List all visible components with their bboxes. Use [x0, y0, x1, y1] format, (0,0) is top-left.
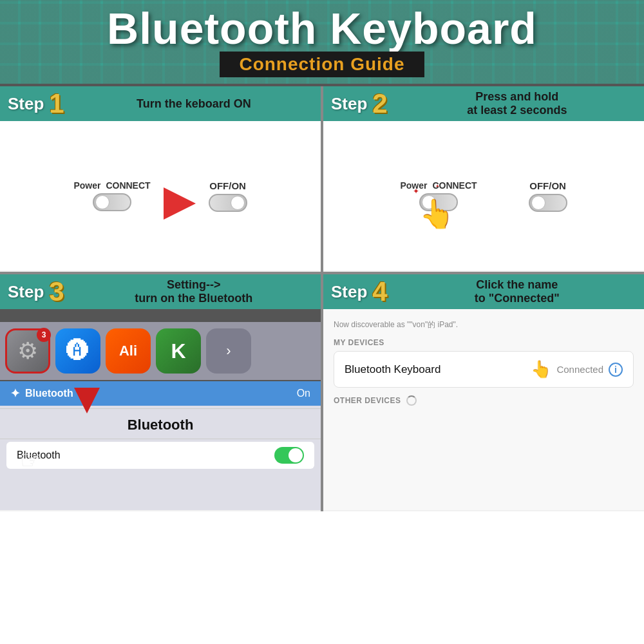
step2-connect-label: CONNECT: [432, 180, 477, 191]
aliexpress-icon[interactable]: Ali: [106, 328, 151, 374]
other-devices-text: OTHER DEVICES: [334, 396, 401, 405]
step2-left-labels: Power CONNECT: [400, 180, 477, 191]
step-3-number: 3: [49, 278, 64, 305]
kiwi-icon[interactable]: K: [156, 328, 201, 374]
discoverable-text: Now discoverable as ""von"的 iPad".: [334, 319, 634, 330]
step-3-desc-line2: turn on the Bluetooth: [75, 292, 313, 305]
step1-left-labels: Power CONNECT: [73, 180, 150, 191]
step3-hand-icon: ☞: [19, 445, 43, 475]
step-3-content: ⚙ 3 🅐 Ali K › ☞: [0, 309, 321, 510]
steps-grid: Step 1 Turn the keboard ON Power CONNECT: [0, 86, 644, 511]
connected-status: Connected: [556, 364, 603, 375]
step-1-number: 1: [49, 90, 64, 117]
step-4-desc-line2: to "Connected": [398, 292, 636, 305]
step-4-content: Now discoverable as ""von"的 iPad". MY DE…: [323, 309, 644, 510]
more-symbol: ›: [226, 343, 231, 359]
settings-badge: 3: [37, 328, 51, 342]
step-3-desc-line1: Setting-->: [75, 278, 313, 292]
loading-spinner: [406, 395, 417, 406]
more-icon[interactable]: ›: [206, 328, 251, 374]
ios-dock: ⚙ 3 🅐 Ali K ›: [0, 322, 321, 380]
step-2-label: Step: [331, 94, 367, 114]
step2-offon-label: OFF/ON: [529, 180, 566, 191]
header-subtitle: Connection Guide: [239, 54, 404, 74]
step-4-label: Step: [331, 282, 367, 302]
info-icon[interactable]: i: [609, 363, 623, 377]
step-2-number: 2: [372, 90, 387, 117]
bluetooth-panel: ✦ Bluetooth On Bluetooth Bluetooth: [0, 381, 321, 510]
toggle-knob-left: [95, 195, 109, 209]
settings-icon[interactable]: ⚙ 3: [5, 328, 50, 374]
toggle-knob-right: [231, 196, 245, 210]
step2-diagram: Power CONNECT 👆 ✦ ✦ OFF/ON: [387, 167, 580, 225]
step-3-cell: Step 3 Setting--> turn on the Bluetooth …: [0, 273, 322, 511]
header-title: Bluetooth Keyboard: [107, 6, 537, 50]
step2-hand-icon: 👆: [419, 197, 455, 231]
bt-toggle-knob: [289, 448, 303, 462]
my-devices-label: MY DEVICES: [334, 338, 634, 347]
device-name: Bluetooth Keyboard: [345, 363, 531, 376]
step-4-header: Step 4 Click the name to "Connected": [323, 274, 644, 309]
step1-right-toggle: [209, 194, 247, 212]
step-1-description: Turn the keboard ON: [75, 97, 313, 111]
step2-offon-knob: [531, 196, 545, 210]
bt-row-status: On: [297, 388, 310, 399]
connect-label: CONNECT: [106, 180, 150, 191]
bluetooth-symbol: ✦: [10, 386, 20, 401]
header: Bluetooth Keyboard Connection Guide: [0, 0, 644, 84]
step1-diagram: Power CONNECT OFF/ON: [61, 159, 260, 232]
step1-arrow: [164, 187, 196, 220]
bt-toggle-on[interactable]: [274, 447, 304, 464]
k-symbol: K: [171, 339, 185, 363]
other-devices-label: OTHER DEVICES: [334, 395, 634, 406]
step-1-label: Step: [8, 94, 44, 114]
step-3-label: Step: [8, 282, 44, 302]
header-subtitle-box: Connection Guide: [220, 52, 424, 77]
step-1-cell: Step 1 Turn the keboard ON Power CONNECT: [0, 86, 322, 273]
bt-title: Bluetooth: [0, 412, 321, 436]
step-2-desc-line2: at least 2 seconds: [398, 104, 636, 117]
step-4-number: 4: [372, 278, 387, 305]
gear-icon: ⚙: [17, 337, 38, 365]
bt-setting-label: Bluetooth: [17, 450, 274, 461]
bt-header-row: ✦ Bluetooth On: [0, 381, 321, 406]
step2-offon-toggle: [529, 194, 567, 212]
step3-arrow-down: [74, 388, 100, 413]
bt-setting-row: Bluetooth: [6, 442, 314, 469]
step-2-cell: Step 2 Press and hold at least 2 seconds…: [322, 86, 644, 273]
step-4-cell: Step 4 Click the name to "Connected" Now…: [322, 273, 644, 511]
step-1-header: Step 1 Turn the keboard ON: [0, 86, 321, 121]
power-label: Power: [73, 180, 100, 191]
step-2-content: Power CONNECT 👆 ✦ ✦ OFF/ON: [323, 121, 644, 270]
bt-row-label: Bluetooth: [25, 388, 292, 399]
ali-symbol: Ali: [119, 343, 137, 359]
appstore-symbol: 🅐: [66, 337, 90, 365]
step4-cursor-icon: 👆: [531, 359, 551, 379]
step-4-desc-line1: Click the name: [398, 278, 636, 292]
step-2-desc-line1: Press and hold: [398, 90, 636, 104]
bt-divider-2: [0, 439, 321, 439]
step2-sparkle: ✦: [413, 187, 419, 196]
bt-divider-1: [0, 408, 321, 409]
step1-offon-label: OFF/ON: [209, 180, 246, 191]
step-2-header: Step 2 Press and hold at least 2 seconds: [323, 86, 644, 121]
step-3-header: Step 3 Setting--> turn on the Bluetooth: [0, 274, 321, 309]
step-1-content: Power CONNECT OFF/ON: [0, 121, 321, 270]
device-row-keyboard[interactable]: Bluetooth Keyboard 👆 Connected i: [334, 351, 634, 388]
info-symbol: i: [614, 365, 617, 375]
step1-left-toggle: [93, 193, 131, 211]
appstore-icon[interactable]: 🅐: [55, 328, 100, 374]
